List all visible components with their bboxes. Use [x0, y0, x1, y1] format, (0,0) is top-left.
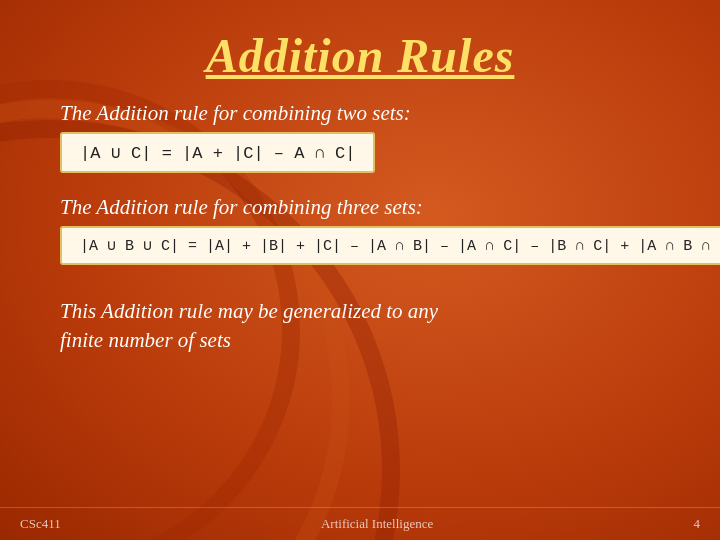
footer-page: 4: [694, 516, 701, 532]
generalize-text: This Addition rule may be generalized to…: [60, 297, 670, 356]
title-text: Addition Rules: [206, 29, 515, 82]
footer-subject: Artificial Intelligence: [321, 516, 433, 532]
two-sets-label: The Addition rule for combining two sets…: [60, 101, 670, 126]
slide: Addition Rules The Addition rule for com…: [0, 0, 720, 540]
footer: CSc411 Artificial Intelligence 4: [0, 507, 720, 540]
section-two-sets: The Addition rule for combining two sets…: [60, 101, 670, 179]
footer-course: CSc411: [20, 516, 61, 532]
slide-title: Addition Rules: [50, 28, 670, 83]
content-area: The Addition rule for combining two sets…: [50, 101, 670, 540]
three-sets-label: The Addition rule for combining three se…: [60, 195, 670, 220]
section-three-sets: The Addition rule for combining three se…: [60, 195, 670, 271]
two-sets-formula: |A ∪ C| = |A + |C| – A ∩ C|: [60, 132, 375, 173]
three-sets-formula: |A ∪ B ∪ C| = |A| + |B| + |C| – |A ∩ B| …: [60, 226, 720, 265]
